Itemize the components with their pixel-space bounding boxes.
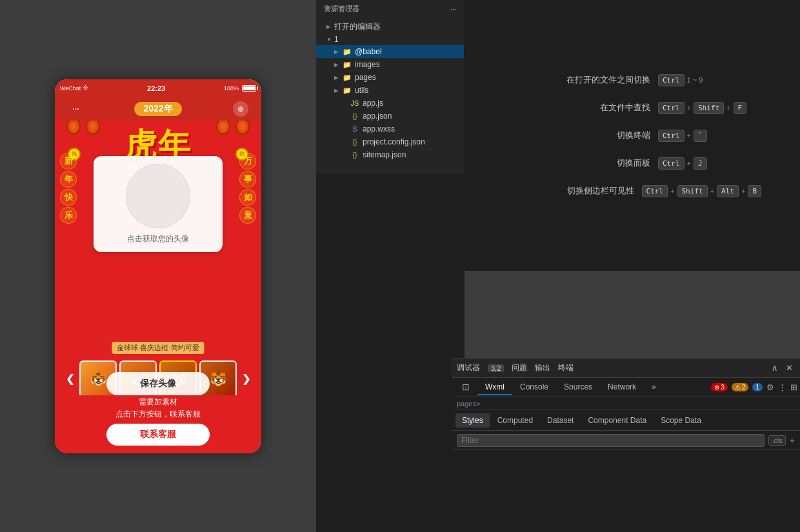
rm-open-editor-label: 打开的编辑器	[334, 21, 381, 32]
carrier-name: WeChat	[60, 85, 81, 92]
rm-appwxss-label: app.wxss	[363, 124, 395, 133]
style-subtab-styles[interactable]: Styles	[455, 413, 490, 428]
style-subtab-scopedata[interactable]: Scope Data	[654, 413, 708, 428]
save-avatar-button[interactable]: 保存头像	[106, 372, 210, 395]
avatar-hint-text: 点击获取您的头像	[101, 233, 215, 244]
contact-button[interactable]: 联系客服	[106, 424, 210, 446]
rm-sitemapjson-label: sitemap.json	[363, 150, 406, 159]
debug-tab-wxml[interactable]: Wxml	[477, 380, 512, 395]
debugger-chevron-up-icon[interactable]: ∧	[770, 363, 780, 373]
side-char-xin: 新	[60, 153, 77, 170]
debugger-tab-output[interactable]: 输出	[535, 362, 550, 373]
shortcut-keys-2: Ctrl + Shift + F	[658, 102, 761, 114]
debug-tab-network[interactable]: Network	[600, 380, 644, 395]
phone-content: 虎年 福 福 新 年 快 乐 万	[55, 121, 261, 453]
phone-status-bar: WeChat 令 22:23 100%	[55, 79, 261, 97]
rm-arrow-images: ▶	[334, 62, 342, 68]
shortcut-desc-1: 在打开的文件之间切换	[566, 74, 650, 86]
shortcut-keys-5: Ctrl + Shift + Alt + B	[642, 185, 761, 197]
wifi-icon: 令	[83, 84, 88, 92]
style-subtab-dataset[interactable]: Dataset	[541, 413, 580, 428]
debug-tab-console[interactable]: Console	[512, 380, 556, 395]
rm-utils-folder[interactable]: ▶ 📁 utils	[316, 84, 464, 97]
carousel-label: 金球球·喜庆边框·简约可爱	[112, 342, 204, 357]
layout-toggle-icon[interactable]: ⊞	[790, 382, 797, 392]
rm-arrow-utils: ▶	[334, 88, 342, 94]
key-plus-4: +	[687, 159, 691, 167]
debugger-title-left: 调试器 3,2 问题 输出 终端	[457, 362, 574, 373]
key-shift-2: Shift	[694, 102, 724, 114]
debugger-main-tabs: ⊡ Wxml Console Sources Network » ⊗ 3 ⚠ 2…	[452, 378, 800, 397]
debug-tab-sources[interactable]: Sources	[556, 380, 600, 395]
rm-file-appjson[interactable]: ▶ {} app.json	[316, 110, 464, 123]
key-plus-2a: +	[687, 104, 691, 112]
rm-open-editor[interactable]: ▶ 打开的编辑器	[316, 20, 464, 34]
nav-dots-icon[interactable]: ···	[72, 103, 79, 115]
battery-fill	[243, 86, 255, 90]
key-ctrl-2: Ctrl	[658, 102, 685, 114]
lantern-tl2	[86, 121, 100, 135]
status-right: 100%	[224, 85, 256, 92]
shortcut-row-1: 在打开的文件之间切换 Ctrl 1 ~ 9	[566, 74, 761, 86]
side-text-left: 新 年 快 乐	[60, 153, 77, 224]
style-subtab-computed[interactable]: Computed	[491, 413, 539, 428]
rm-folder-utils-icon: 📁	[342, 85, 352, 95]
key-plus-3: +	[687, 132, 691, 139]
carousel-next[interactable]: ❯	[239, 373, 253, 385]
style-subtabs: Styles Computed Dataset Component Data S…	[452, 410, 800, 431]
filter-add-icon[interactable]: +	[790, 435, 795, 446]
rm-file-projectjson[interactable]: ▶ {} project.config.json	[316, 135, 464, 148]
debugger-title-text: 调试器	[457, 362, 480, 373]
rm-file-appwxss[interactable]: ▶ S app.wxss	[316, 123, 464, 135]
style-subtab-componentdata[interactable]: Component Data	[581, 413, 653, 428]
info-badge: 1	[752, 383, 763, 391]
filter-bar: .cls +	[452, 431, 800, 450]
rm-babel-folder[interactable]: ▶ 📁 @babel	[316, 45, 464, 58]
key-ctrl-1: Ctrl	[658, 74, 685, 86]
rm-root-label: 1	[334, 35, 339, 44]
avatar-placeholder	[126, 164, 190, 228]
avatar-container[interactable]: 点击获取您的头像	[94, 156, 223, 252]
rm-arrow-root: ▼	[326, 37, 334, 43]
debugger-close-icon[interactable]: ✕	[784, 363, 795, 373]
settings-gear-icon[interactable]: ⚙	[766, 382, 774, 392]
battery-percent: 100%	[224, 85, 239, 92]
rm-appjs-label: app.js	[363, 99, 383, 108]
rm-header: 资源管理器 ···	[316, 0, 464, 17]
rm-folder-pages-icon: 📁	[342, 72, 352, 83]
filter-cls-button[interactable]: .cls	[768, 435, 786, 446]
side-char-kuai: 快	[60, 189, 77, 206]
rm-section: ▶ 打开的编辑器 ▼ 1 ▶ 📁 @babel ▶ 📁 images ▶ 📁 p…	[316, 17, 464, 164]
debug-tab-more[interactable]: »	[644, 380, 664, 395]
rm-root[interactable]: ▼ 1	[316, 34, 464, 45]
key-backtick-3: `	[694, 130, 707, 142]
wxml-path-bar: pages>	[452, 397, 800, 410]
carousel-prev[interactable]: ❮	[63, 373, 77, 385]
rm-more-icon[interactable]: ···	[450, 5, 456, 13]
debugger-tab-terminal[interactable]: 终端	[558, 362, 574, 373]
more-options-icon[interactable]: ⋮	[778, 382, 786, 392]
rm-pages-folder[interactable]: ▶ 📁 pages	[316, 71, 464, 84]
rm-folder-images-icon: 📁	[342, 59, 352, 70]
side-char-shi: 事	[239, 171, 256, 188]
key-plus-5b: +	[710, 187, 714, 195]
resource-manager: 资源管理器 ··· ▶ 打开的编辑器 ▼ 1 ▶ 📁 @babel ▶ 📁 im…	[316, 0, 465, 174]
rm-images-folder[interactable]: ▶ 📁 images	[316, 58, 464, 71]
rm-file-appjs[interactable]: ▶ JS app.js	[316, 97, 464, 110]
battery-icon	[242, 85, 256, 92]
phone-nav-bar: ··· 2022年 ⊕	[55, 97, 261, 121]
rm-file-sitemapjson[interactable]: ▶ {} sitemap.json	[316, 148, 464, 161]
wxml-path-text: pages>	[457, 400, 480, 408]
filter-input[interactable]	[457, 434, 765, 447]
shortcut-desc-5: 切换侧边栏可见性	[567, 185, 634, 197]
debug-tab-inspect[interactable]: ⊡	[454, 379, 477, 396]
error-icon: ⊗	[714, 384, 719, 391]
nav-more-icon[interactable]: ⊕	[233, 101, 248, 117]
phone-bottom: 需要加素材 点击下方按钮，联系客服 联系客服	[55, 395, 261, 453]
key-plus-5c: +	[741, 187, 745, 195]
key-plus-5a: +	[670, 187, 674, 195]
rm-file-json-icon-3: {}	[350, 150, 360, 160]
error-badge: ⊗ 3	[711, 383, 728, 391]
nav-title: 2022年	[134, 102, 181, 116]
debugger-tab-issue[interactable]: 问题	[512, 362, 527, 373]
